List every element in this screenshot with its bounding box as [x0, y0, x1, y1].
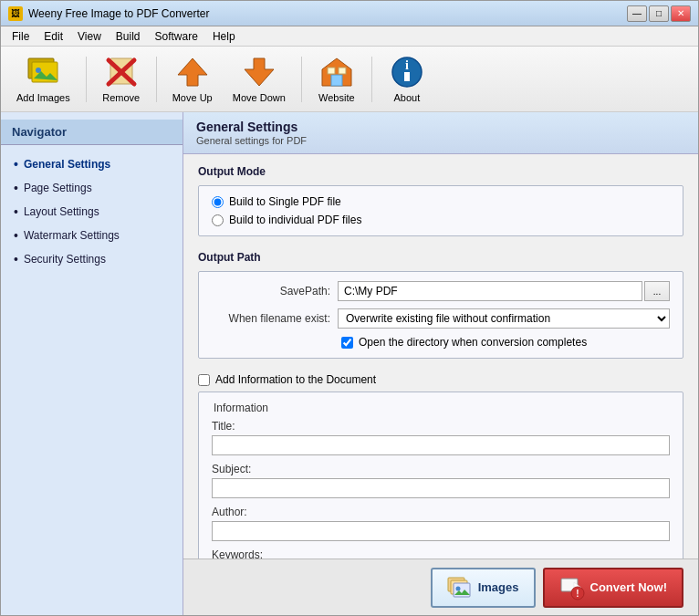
- main-header-subtitle: General settings for PDF: [196, 135, 685, 146]
- menu-edit[interactable]: Edit: [37, 28, 70, 45]
- move-down-icon: [241, 55, 277, 89]
- remove-icon: [103, 55, 140, 89]
- browse-button[interactable]: ...: [644, 281, 670, 301]
- subject-field-group: Subject:: [212, 463, 670, 498]
- open-dir-checkbox-row[interactable]: Open the directory when conversion compl…: [341, 336, 670, 349]
- when-filename-row: When filename exist: Overwrite existing …: [212, 308, 670, 329]
- convert-now-button[interactable]: ! Convert Now!: [543, 568, 684, 608]
- svg-rect-11: [328, 68, 335, 74]
- minimize-button[interactable]: —: [627, 5, 647, 22]
- open-dir-label: Open the directory when conversion compl…: [359, 336, 587, 349]
- subject-input[interactable]: [212, 478, 670, 498]
- sidebar-item-general-settings[interactable]: General Settings: [1, 152, 183, 176]
- open-dir-checkbox[interactable]: [341, 337, 353, 349]
- title-field-group: Title:: [212, 420, 670, 455]
- toolbar-sep-3: [301, 57, 302, 102]
- sidebar-item-watermark-settings[interactable]: Watermark Settings: [1, 224, 183, 247]
- titlebar-left: 🖼 Weeny Free Image to PDF Converter: [8, 6, 210, 21]
- menu-software[interactable]: Software: [148, 28, 205, 45]
- toolbar-sep-2: [156, 57, 157, 102]
- website-icon: [318, 55, 355, 89]
- output-mode-radio-group: Build to Single PDF file Build to indivi…: [212, 195, 670, 226]
- save-path-label: SavePath:: [212, 285, 330, 298]
- radio-single-pdf-label: Build to Single PDF file: [229, 195, 341, 208]
- add-info-checkbox-label[interactable]: Add Information to the Document: [198, 373, 376, 386]
- main-panel: General Settings General settings for PD…: [183, 112, 698, 615]
- images-button-label: Images: [478, 580, 519, 594]
- add-info-label: Add Information to the Document: [215, 373, 376, 386]
- toolbar-sep-4: [371, 57, 372, 102]
- content-area: Navigator General Settings Page Settings…: [1, 112, 698, 615]
- sidebar-title: Navigator: [1, 120, 183, 145]
- output-mode-title: Output Mode: [198, 165, 683, 178]
- output-path-box: SavePath: ... When filename exist:: [198, 271, 683, 359]
- save-path-row: SavePath: ...: [212, 281, 670, 301]
- radio-individual-pdf[interactable]: Build to individual PDF files: [212, 214, 670, 226]
- toolbar: Add Images Remove Move Up: [1, 47, 698, 112]
- keywords-field-label: Keywords:: [212, 548, 670, 559]
- menu-file[interactable]: File: [5, 28, 37, 45]
- output-path-title: Output Path: [198, 251, 683, 264]
- app-icon: 🖼: [8, 6, 23, 21]
- info-section-label: Information: [212, 402, 670, 414]
- keywords-field-group: Keywords:: [212, 548, 670, 559]
- title-input[interactable]: [212, 435, 670, 455]
- app-window: 🖼 Weeny Free Image to PDF Converter — □ …: [0, 0, 699, 616]
- add-info-checkbox-row: Add Information to the Document: [198, 373, 683, 386]
- close-button[interactable]: ✕: [671, 5, 691, 22]
- images-button-icon: [447, 575, 473, 600]
- about-label: About: [393, 92, 420, 103]
- svg-rect-10: [331, 75, 342, 86]
- restore-button[interactable]: □: [649, 5, 669, 22]
- svg-rect-12: [339, 68, 346, 74]
- about-button[interactable]: i About: [380, 50, 434, 108]
- svg-text:i: i: [405, 58, 409, 72]
- main-header-title: General Settings: [196, 120, 685, 134]
- output-mode-section: Output Mode Build to Single PDF file Bui…: [198, 165, 683, 236]
- add-info-section: Add Information to the Document Informat…: [198, 373, 683, 559]
- author-input[interactable]: [212, 521, 670, 541]
- main-header: General Settings General settings for PD…: [183, 112, 698, 154]
- website-label: Website: [318, 92, 355, 103]
- author-field-label: Author:: [212, 506, 670, 518]
- move-up-button[interactable]: Move Up: [164, 50, 221, 108]
- bottom-bar: Images ! Convert Now!: [183, 559, 698, 615]
- about-icon: i: [389, 55, 425, 89]
- convert-button-icon: !: [559, 575, 585, 600]
- images-button[interactable]: Images: [431, 568, 536, 608]
- add-info-box: Information Title: Subject: Author:: [198, 392, 683, 559]
- main-content: Output Mode Build to Single PDF file Bui…: [183, 154, 698, 559]
- toolbar-sep-1: [86, 57, 87, 102]
- add-images-label: Add Images: [16, 92, 70, 103]
- when-filename-select-wrap: Overwrite existing file without confirma…: [338, 308, 670, 329]
- menu-view[interactable]: View: [70, 28, 109, 45]
- add-info-checkbox[interactable]: [198, 374, 210, 386]
- svg-marker-8: [245, 58, 274, 86]
- sidebar-item-security-settings[interactable]: Security Settings: [1, 247, 183, 271]
- move-down-label: Move Down: [233, 92, 286, 103]
- remove-button[interactable]: Remove: [94, 50, 149, 108]
- radio-single-pdf-input[interactable]: [212, 196, 224, 208]
- radio-individual-pdf-input[interactable]: [212, 214, 224, 226]
- menu-help[interactable]: Help: [205, 28, 243, 45]
- titlebar-controls: — □ ✕: [627, 5, 691, 22]
- titlebar: 🖼 Weeny Free Image to PDF Converter — □ …: [1, 1, 698, 26]
- when-filename-select[interactable]: Overwrite existing file without confirma…: [338, 308, 670, 329]
- svg-point-19: [455, 586, 460, 590]
- svg-marker-7: [178, 58, 207, 86]
- output-mode-box: Build to Single PDF file Build to indivi…: [198, 185, 683, 236]
- menubar: File Edit View Build Software Help: [1, 26, 698, 47]
- convert-button-label: Convert Now!: [590, 580, 668, 594]
- save-path-input-group: ...: [338, 281, 670, 301]
- move-down-button[interactable]: Move Down: [224, 50, 294, 108]
- radio-single-pdf[interactable]: Build to Single PDF file: [212, 195, 670, 208]
- menu-build[interactable]: Build: [109, 28, 148, 45]
- website-button[interactable]: Website: [309, 50, 364, 108]
- sidebar-item-page-settings[interactable]: Page Settings: [1, 176, 183, 200]
- add-images-button[interactable]: Add Images: [8, 50, 78, 108]
- title-field-label: Title:: [212, 420, 670, 433]
- sidebar-item-layout-settings[interactable]: Layout Settings: [1, 200, 183, 224]
- author-field-group: Author:: [212, 506, 670, 541]
- output-path-section: Output Path SavePath: ... When fi: [198, 251, 683, 359]
- save-path-input[interactable]: [338, 281, 642, 301]
